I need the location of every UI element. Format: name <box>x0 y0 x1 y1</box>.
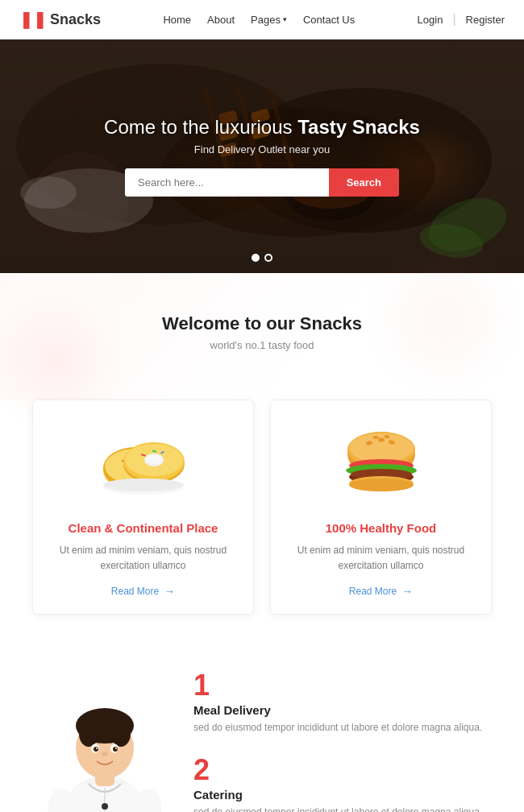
card-title-1: Clean & Continental Place <box>49 521 237 535</box>
card-img-burger <box>287 420 475 508</box>
svg-point-68 <box>113 747 118 752</box>
card-link-1[interactable]: Read More → <box>111 585 175 598</box>
welcome-section: Welcome to our Snacks world's no.1 tasty… <box>0 273 524 400</box>
card-img-donuts <box>49 420 237 508</box>
feature-name-1: Meal Delivery <box>193 703 492 717</box>
cards-section: Clean & Continental Place Ut enim ad min… <box>0 400 524 647</box>
card-desc-1: Ut enim ad minim veniam, quis nostrud ex… <box>49 543 237 574</box>
features-section: 1 Meal Delivery sed do eiusmod tempor in… <box>0 647 524 812</box>
svg-point-28 <box>146 454 162 464</box>
brand-name: Snacks <box>50 11 101 28</box>
svg-point-71 <box>102 752 108 756</box>
hero-subtitle: Find Delivery Outlet near you <box>194 143 330 155</box>
burger-illustration <box>329 424 434 504</box>
hero-search-bar: Search <box>125 168 399 197</box>
nav-divider: | <box>452 12 455 27</box>
brand-icon: ❚❚ <box>19 10 47 29</box>
feature-desc-1: sed do eiusmod tempor incididunt ut labo… <box>193 720 492 735</box>
arrow-icon: → <box>164 585 175 598</box>
feature-desc-2: sed do eiusmod tempor incididunt ut labo… <box>193 805 492 812</box>
dot-1[interactable] <box>252 254 260 262</box>
svg-point-33 <box>103 478 184 491</box>
features-list: 1 Meal Delivery sed do eiusmod tempor in… <box>193 671 492 812</box>
donut-illustration <box>91 424 196 504</box>
register-link[interactable]: Register <box>466 14 505 26</box>
nav-links: Home About Pages ▾ Contact Us <box>163 14 355 26</box>
card-healthy: 100% Healthy Food Ut enim ad minim venia… <box>270 400 492 615</box>
svg-point-69 <box>96 748 98 749</box>
welcome-subtitle: world's no.1 tasty food <box>32 339 492 351</box>
dot-2[interactable] <box>264 254 272 262</box>
feature-2: 2 Catering sed do eiusmod tempor incidid… <box>193 756 492 812</box>
nav-about[interactable]: About <box>207 14 235 26</box>
svg-point-36 <box>349 433 414 462</box>
nav-contact[interactable]: Contact Us <box>303 14 355 26</box>
chevron-down-icon: ▾ <box>283 15 287 23</box>
svg-point-51 <box>102 803 108 810</box>
feature-1: 1 Meal Delivery sed do eiusmod tempor in… <box>193 671 492 735</box>
hero-dots <box>252 254 272 262</box>
chef-illustration <box>32 671 177 812</box>
svg-point-64 <box>111 721 131 747</box>
search-input[interactable] <box>125 168 329 197</box>
svg-point-67 <box>94 747 98 752</box>
welcome-title: Welcome to our Snacks <box>32 313 492 334</box>
nav-home[interactable]: Home <box>163 14 191 26</box>
chef-column <box>32 671 177 812</box>
card-continental: Clean & Continental Place Ut enim ad min… <box>32 400 254 615</box>
nav-pages[interactable]: Pages ▾ <box>251 14 287 26</box>
svg-point-47 <box>349 478 414 491</box>
feature-num-1: 1 <box>193 671 492 700</box>
nav-auth: Login | Register <box>418 12 505 27</box>
svg-point-70 <box>115 748 117 749</box>
card-desc-2: Ut enim ad minim veniam, quis nostrud ex… <box>287 543 475 574</box>
hero-title: Come to the luxurious Tasty Snacks <box>104 116 420 139</box>
brand: ❚❚ Snacks <box>19 10 101 29</box>
feature-num-2: 2 <box>193 756 492 785</box>
navbar: ❚❚ Snacks Home About Pages ▾ Contact Us … <box>0 0 524 39</box>
feature-name-2: Catering <box>193 788 492 802</box>
arrow-icon-2: → <box>401 585 413 598</box>
search-button[interactable]: Search <box>329 168 399 197</box>
card-link-2[interactable]: Read More → <box>349 585 413 598</box>
login-link[interactable]: Login <box>418 14 443 26</box>
svg-point-63 <box>79 721 98 747</box>
card-title-2: 100% Healthy Food <box>287 521 475 535</box>
